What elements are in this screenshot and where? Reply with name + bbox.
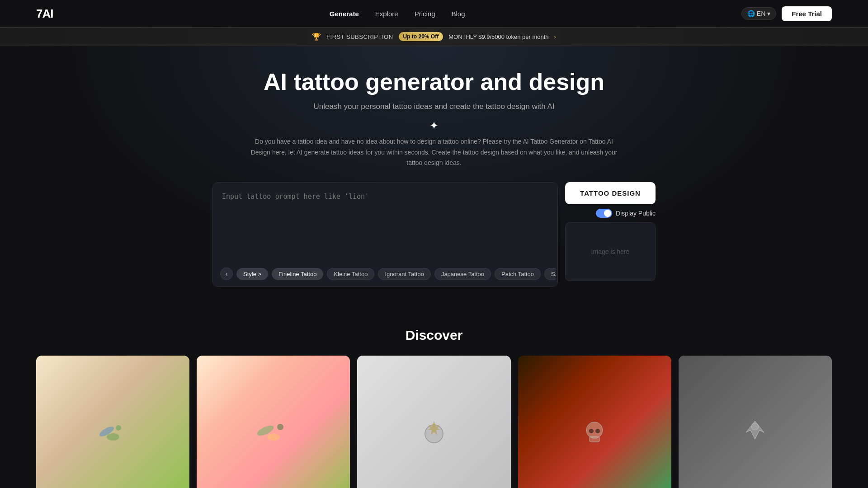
image-preview-box: Image is here xyxy=(565,222,656,281)
nav-pricing[interactable]: Pricing xyxy=(415,10,435,18)
promo-banner: 🏆 FIRST SUBSCRIPTION Up to 20% Off MONTH… xyxy=(0,27,868,46)
hero-desc: Do you have a tattoo idea and have no id… xyxy=(249,136,619,169)
svg-point-0 xyxy=(107,433,119,441)
style-japanese[interactable]: Japanese Tattoo xyxy=(434,268,491,280)
right-panel: TATTOO DESIGN Display Public Image is he… xyxy=(565,182,656,281)
gallery-image-3 xyxy=(357,356,510,488)
style-patch[interactable]: Patch Tattoo xyxy=(495,268,541,280)
lang-selector[interactable]: 🌐 EN ▾ xyxy=(741,7,776,20)
display-public-row: Display Public xyxy=(565,209,656,218)
prompt-input[interactable] xyxy=(215,184,556,261)
svg-point-10 xyxy=(589,429,594,433)
hummingbird2-icon xyxy=(255,414,292,450)
gallery-image-5 xyxy=(679,356,832,488)
hero-title: AI tattoo generator and design xyxy=(36,69,832,96)
gallery-image-2 xyxy=(197,356,350,488)
gallery-image-4 xyxy=(518,356,671,488)
discover-title: Discover xyxy=(36,328,832,343)
generator-wrapper: ‹ Style > Fineline Tattoo Kleine Tattoo … xyxy=(212,182,656,287)
svg-point-5 xyxy=(277,424,283,430)
discover-section: Discover xyxy=(0,305,868,488)
image-placeholder-text: Image is here xyxy=(591,248,630,255)
nav-right: 🌐 EN ▾ Free Trial xyxy=(741,6,832,21)
promo-subscription-label: FIRST SUBSCRIPTION xyxy=(326,33,393,40)
svg-point-3 xyxy=(267,433,280,441)
svg-point-8 xyxy=(586,422,603,438)
promo-icon: 🏆 xyxy=(312,33,321,41)
hero-content: AI tattoo generator and design Unleash y… xyxy=(36,69,832,287)
prompt-box: ‹ Style > Fineline Tattoo Kleine Tattoo … xyxy=(212,182,558,287)
gallery-item[interactable] xyxy=(679,356,832,488)
gallery-item[interactable] xyxy=(518,356,671,488)
promo-arrow: › xyxy=(554,33,556,40)
hummingbird-icon xyxy=(95,414,131,450)
style-row: ‹ Style > Fineline Tattoo Kleine Tattoo … xyxy=(215,263,556,285)
skull-icon xyxy=(579,417,610,448)
eagle-icon xyxy=(739,417,771,448)
hero-subtitle: Unleash your personal tattoo ideas and c… xyxy=(36,102,832,111)
nav-blog[interactable]: Blog xyxy=(452,10,465,18)
sparkle-icon: ✦ xyxy=(429,119,439,132)
hero-section: AI tattoo generator and design Unleash y… xyxy=(0,46,868,305)
gallery-item[interactable] xyxy=(197,356,350,488)
style-label[interactable]: Style > xyxy=(236,268,268,280)
style-fineline[interactable]: Fineline Tattoo xyxy=(272,268,323,280)
chevron-down-icon: ▾ xyxy=(767,10,770,17)
nav-generate[interactable]: Generate xyxy=(330,10,359,18)
svg-point-13 xyxy=(751,423,759,430)
gallery-image-1 xyxy=(36,356,189,488)
lion-icon xyxy=(418,417,450,448)
display-public-toggle[interactable] xyxy=(596,209,612,218)
gallery-item[interactable] xyxy=(36,356,189,488)
logo[interactable]: 7AI xyxy=(36,7,53,21)
gallery-item[interactable] xyxy=(357,356,510,488)
globe-icon: 🌐 xyxy=(747,10,755,17)
svg-rect-9 xyxy=(590,436,599,442)
style-ignorant[interactable]: Ignorant Tattoo xyxy=(378,268,431,280)
promo-badge: Up to 20% Off xyxy=(399,32,443,41)
nav-links: Generate Explore Pricing Blog xyxy=(330,10,465,18)
display-public-label: Display Public xyxy=(616,210,656,217)
style-kleine[interactable]: Kleine Tattoo xyxy=(327,268,374,280)
nav-explore[interactable]: Explore xyxy=(375,10,398,18)
svg-point-11 xyxy=(595,429,600,433)
free-trial-button[interactable]: Free Trial xyxy=(782,6,832,21)
svg-point-2 xyxy=(116,425,121,431)
gallery-grid xyxy=(36,356,832,488)
style-prev-button[interactable]: ‹ xyxy=(220,267,233,280)
navbar: 7AI Generate Explore Pricing Blog 🌐 EN ▾… xyxy=(0,0,868,27)
style-sailor-jerry[interactable]: Sailor Jerry Tattoo xyxy=(544,268,556,280)
tattoo-design-button[interactable]: TATTOO DESIGN xyxy=(565,182,656,204)
promo-text: MONTHLY $9.9/5000 token per month xyxy=(448,33,548,40)
